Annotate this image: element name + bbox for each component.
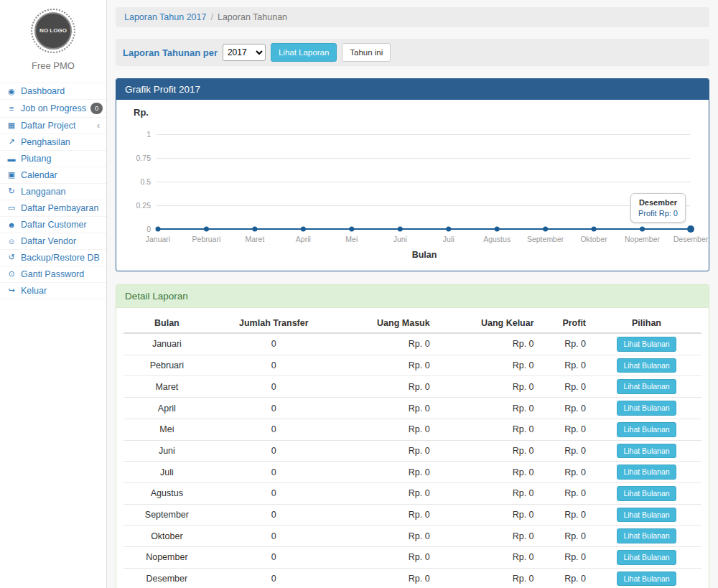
- cell: Rp. 0: [540, 419, 592, 440]
- x-tick-label: Oktober: [567, 235, 620, 243]
- cell: 0: [210, 568, 337, 588]
- cell: Januari: [123, 333, 210, 355]
- cell: Rp. 0: [436, 546, 540, 568]
- cell: 0: [210, 504, 337, 526]
- sidebar-item-label: Backup/Restore DB: [21, 253, 100, 263]
- lihat-bulanan-button[interactable]: Lihat Bulanan: [617, 358, 676, 373]
- year-select[interactable]: 2017: [223, 44, 266, 61]
- chart-point[interactable]: [398, 227, 403, 232]
- sidebar-item-ganti-password[interactable]: ⊙Ganti Password: [0, 266, 106, 282]
- cell: 0: [210, 546, 337, 568]
- lihat-bulanan-button[interactable]: Lihat Bulanan: [617, 508, 676, 523]
- chart-point[interactable]: [687, 225, 694, 233]
- cell: Lihat Bulanan: [592, 440, 701, 462]
- chart-point[interactable]: [204, 227, 209, 232]
- cell: Lihat Bulanan: [592, 333, 701, 355]
- sidebar-item-dashboard[interactable]: ◉Dashboard: [0, 83, 106, 99]
- users-icon: ☻: [6, 220, 17, 229]
- column-header-profit: Profit: [540, 314, 592, 333]
- table-row: Agustus0Rp. 0Rp. 0Rp. 0Lihat Bulanan: [123, 482, 701, 504]
- cell: Rp. 0: [436, 482, 540, 504]
- chart-point[interactable]: [349, 227, 354, 232]
- sidebar-item-daftar-customer[interactable]: ☻Daftar Customer: [0, 216, 106, 233]
- sidebar-item-keluar[interactable]: ↪Keluar: [0, 282, 106, 299]
- cell: Lihat Bulanan: [592, 398, 701, 419]
- cell: April: [123, 398, 210, 419]
- column-header-bulan: Bulan: [123, 314, 210, 333]
- sidebar-item-daftar-pembayaran[interactable]: ▭Daftar Pembayaran: [0, 200, 106, 216]
- backup-icon: ↺: [6, 253, 17, 262]
- grafik-profit-panel: Grafik Profit 2017 Rp.10.750.50.250Janua…: [116, 78, 709, 271]
- dashboard-icon: ◉: [6, 87, 17, 96]
- lihat-bulanan-button[interactable]: Lihat Bulanan: [617, 379, 676, 394]
- cell: 0: [210, 376, 337, 398]
- cell: Maret: [123, 376, 210, 398]
- chart-point[interactable]: [156, 227, 161, 232]
- x-tick-label: April: [276, 235, 330, 243]
- chart-point[interactable]: [495, 227, 500, 232]
- lihat-bulanan-button[interactable]: Lihat Bulanan: [617, 422, 676, 437]
- cell: Rp. 0: [436, 504, 540, 526]
- cell: 0: [210, 462, 337, 483]
- cell: Rp. 0: [436, 462, 540, 483]
- chart-point[interactable]: [301, 227, 306, 232]
- table-row: Januari0Rp. 0Rp. 0Rp. 0Lihat Bulanan: [123, 333, 701, 355]
- sidebar-item-calendar[interactable]: ▣Calendar: [0, 167, 106, 183]
- lihat-bulanan-button[interactable]: Lihat Bulanan: [617, 337, 676, 352]
- cell: Rp. 0: [436, 568, 540, 588]
- sidebar-item-job-on-progress[interactable]: ≡Job on Progress0: [0, 99, 106, 117]
- sidebar-item-piutang[interactable]: ▬Piutang: [0, 150, 106, 167]
- sidebar-item-backup-restore-db[interactable]: ↺Backup/Restore DB: [0, 249, 106, 266]
- chart-point[interactable]: [640, 227, 645, 232]
- cell: Rp. 0: [436, 333, 540, 355]
- cell: 0: [210, 419, 337, 440]
- chart-body: Rp.10.750.50.250JanuariPebruariMaretApri…: [116, 100, 709, 271]
- chart-point[interactable]: [543, 227, 548, 232]
- sidebar-item-daftar-project[interactable]: ▦Daftar Project‹: [0, 117, 106, 134]
- lihat-bulanan-button[interactable]: Lihat Bulanan: [617, 486, 676, 501]
- cell: Rp. 0: [540, 568, 592, 588]
- cell: Rp. 0: [540, 440, 592, 462]
- cell: Nopember: [123, 546, 210, 568]
- lihat-bulanan-button[interactable]: Lihat Bulanan: [617, 401, 676, 416]
- tooltip-value: Profit Rp: 0: [638, 209, 678, 218]
- sidebar-item-langganan[interactable]: ↻Langganan: [0, 183, 106, 200]
- cell: Rp. 0: [540, 482, 592, 504]
- cell: Rp. 0: [540, 376, 592, 398]
- x-tick-label: Nopember: [616, 235, 669, 243]
- refresh-icon: ↻: [6, 187, 17, 196]
- cell: Rp. 0: [436, 376, 540, 398]
- cell: Rp. 0: [540, 546, 592, 568]
- cell: Lihat Bulanan: [592, 568, 701, 588]
- lihat-bulanan-button[interactable]: Lihat Bulanan: [617, 444, 676, 459]
- brand-name: Free PMO: [0, 60, 106, 71]
- tahun-ini-button[interactable]: Tahun ini: [342, 43, 391, 62]
- sidebar: NO LOGO Free PMO ◉Dashboard≡Job on Progr…: [0, 0, 107, 588]
- cell: 0: [210, 482, 337, 504]
- table-row: Pebruari0Rp. 0Rp. 0Rp. 0Lihat Bulanan: [123, 355, 701, 376]
- sidebar-item-penghasilan[interactable]: ↗Penghasilan: [0, 134, 106, 150]
- sidebar-item-label: Daftar Customer: [21, 220, 87, 230]
- chart-point[interactable]: [252, 227, 257, 232]
- lihat-bulanan-button[interactable]: Lihat Bulanan: [617, 550, 676, 565]
- lihat-laporan-button[interactable]: Lihat Laporan: [271, 43, 337, 62]
- cell: Rp. 0: [337, 482, 436, 504]
- cell: Lihat Bulanan: [592, 376, 701, 398]
- column-header-jumlah-transfer: Jumlah Transfer: [210, 314, 337, 333]
- cell: Lihat Bulanan: [592, 546, 701, 568]
- cell: Rp. 0: [540, 526, 592, 547]
- cell: Rp. 0: [540, 333, 592, 355]
- breadcrumb-link[interactable]: Laporan Tahun 2017: [124, 12, 206, 22]
- lihat-bulanan-button[interactable]: Lihat Bulanan: [617, 465, 676, 480]
- chart-icon: ↗: [6, 137, 17, 146]
- sidebar-item-label: Daftar Vendor: [21, 236, 76, 246]
- sidebar-item-daftar-vendor[interactable]: ☺Daftar Vendor: [0, 233, 106, 249]
- lihat-bulanan-button[interactable]: Lihat Bulanan: [617, 528, 676, 543]
- cell: Rp. 0: [436, 419, 540, 440]
- chart-point[interactable]: [592, 227, 597, 232]
- table-row: Nopember0Rp. 0Rp. 0Rp. 0Lihat Bulanan: [123, 546, 701, 568]
- lihat-bulanan-button[interactable]: Lihat Bulanan: [617, 571, 676, 587]
- sidebar-item-label: Keluar: [21, 286, 47, 296]
- tasks-icon: ≡: [6, 104, 17, 113]
- chart-point[interactable]: [446, 227, 451, 232]
